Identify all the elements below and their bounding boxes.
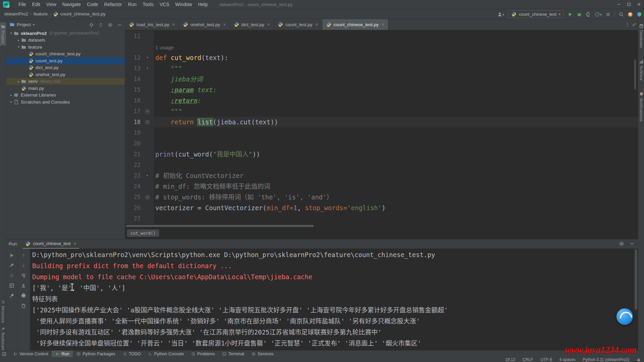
- settings-icon[interactable]: [619, 241, 624, 246]
- profiler-icon[interactable]: ▾: [595, 11, 602, 17]
- chevron-icon[interactable]: ▾: [9, 32, 14, 35]
- close-tab-icon[interactable]: ×: [172, 22, 175, 27]
- tree-item-main-py[interactable]: main.py: [6, 85, 125, 92]
- collapse-all-icon[interactable]: [98, 22, 103, 28]
- tab-options-icon[interactable]: ⋮: [625, 21, 630, 27]
- minimize-icon[interactable]: [616, 1, 621, 7]
- toolwindow-todo[interactable]: TODO: [119, 351, 145, 357]
- stop-icon[interactable]: [605, 11, 611, 17]
- fold-arrow-icon[interactable]: ▾: [146, 52, 149, 63]
- clear-icon[interactable]: [21, 302, 26, 308]
- code-editor[interactable]: 111 usage12▾def cut_word(text):13▾ """14…: [125, 31, 638, 227]
- close-tab-icon[interactable]: ×: [223, 22, 226, 27]
- editor-tab-count_test-py[interactable]: count_test.py×: [274, 19, 322, 30]
- code-line[interactable]: 12▾def cut_word(text):: [125, 52, 638, 63]
- menu-help[interactable]: Help: [195, 0, 211, 8]
- code-line[interactable]: 23▾# 初始化 CountVectorizer: [125, 170, 638, 181]
- menu-file[interactable]: File: [15, 0, 29, 8]
- code-line[interactable]: 24# min_df: 忽略文档频率低于此值的词: [125, 181, 638, 192]
- breadcrumb-item[interactable]: count_chinese_test.py: [60, 11, 105, 16]
- tree-item-onehot-test-py[interactable]: onehot_test.py: [6, 71, 125, 78]
- tree-item-dict-test-py[interactable]: dict_test.py: [6, 64, 125, 71]
- menu-vcs[interactable]: VCS: [157, 0, 172, 8]
- vertical-scrollbar[interactable]: [634, 59, 636, 89]
- tree-item-venv[interactable]: ▸venvlibrary root: [6, 78, 125, 85]
- chevron-icon[interactable]: ▾: [16, 45, 21, 49]
- code-line[interactable]: 20: [125, 138, 638, 149]
- scroll-end-icon[interactable]: [21, 282, 26, 288]
- code-line[interactable]: 15 :param text:: [125, 84, 638, 95]
- code-line[interactable]: 22: [125, 160, 638, 170]
- settings-wrench-icon[interactable]: [9, 262, 14, 268]
- menu-navigate[interactable]: Navigate: [59, 0, 84, 8]
- code-line[interactable]: 25# stop_words: 移除停用词（如 'the', 'is', 'an…: [125, 192, 638, 202]
- menu-window[interactable]: Window: [172, 0, 195, 8]
- rerun-icon[interactable]: [9, 252, 14, 258]
- chevron-icon[interactable]: ▸: [9, 100, 14, 104]
- soft-wrap-icon[interactable]: [21, 272, 26, 278]
- code-line[interactable]: 11: [125, 31, 638, 42]
- chevron-icon[interactable]: ▸: [16, 39, 21, 42]
- stop-icon[interactable]: [9, 272, 14, 278]
- promo-blue-icon[interactable]: [637, 11, 642, 17]
- code-line[interactable]: 13▾ """: [125, 63, 638, 74]
- menu-view[interactable]: View: [43, 0, 59, 8]
- hide-icon[interactable]: [117, 22, 122, 28]
- run-icon[interactable]: [568, 11, 573, 17]
- editor-tab-dict_test-py[interactable]: dict_test.py×: [230, 19, 274, 30]
- tree-item-scratches-and-consoles[interactable]: ▸Scratches and Consoles: [6, 99, 125, 106]
- close-icon[interactable]: [637, 1, 641, 7]
- code-line[interactable]: 14 jieba分词: [125, 74, 638, 84]
- toolwindow-version-control[interactable]: Version Control: [10, 351, 52, 357]
- chevron-icon[interactable]: ▸: [16, 80, 21, 83]
- run-configuration-select[interactable]: count_chinese_test ▾: [508, 10, 564, 18]
- coverage-icon[interactable]: [586, 11, 591, 17]
- menu-refactor[interactable]: Refactor: [101, 0, 125, 8]
- stripe-sciview[interactable]: SciView: [639, 59, 644, 80]
- breadcrumb-item[interactable]: sklearnPro2: [4, 11, 28, 16]
- menu-edit[interactable]: Edit: [29, 0, 43, 8]
- editor-area[interactable]: load_iris_test.py×onehot_test.py×dict_te…: [125, 19, 638, 239]
- toolwindow-terminal[interactable]: Terminal: [219, 351, 248, 357]
- hide-icon[interactable]: [629, 241, 635, 246]
- restore-layout-icon[interactable]: [9, 282, 14, 288]
- fold-arrow-icon[interactable]: ▾: [146, 170, 149, 181]
- close-tab-icon[interactable]: ×: [382, 22, 384, 27]
- tree-item-datasets[interactable]: ▸datasets: [6, 37, 125, 44]
- search-icon[interactable]: [619, 11, 624, 17]
- print-icon[interactable]: [21, 292, 26, 298]
- close-tab-icon[interactable]: ×: [74, 241, 76, 246]
- close-tab-icon[interactable]: ×: [267, 22, 270, 27]
- stripe-database[interactable]: Database: [639, 24, 644, 48]
- menu-tools[interactable]: Tools: [140, 0, 157, 8]
- code-line[interactable]: 16 :return:: [125, 95, 638, 106]
- breadcrumb-item[interactable]: feature: [34, 11, 48, 16]
- editor-breadcrumb-tag[interactable]: cut_word(): [127, 230, 159, 237]
- stripe-notifications[interactable]: Notifications: [639, 92, 644, 121]
- maximize-icon[interactable]: [627, 1, 631, 7]
- toolwindow-services[interactable]: Services: [248, 351, 277, 357]
- toolwindow-python-packages[interactable]: Python Packages: [73, 351, 119, 357]
- editor-tab-onehot_test-py[interactable]: onehot_test.py×: [179, 19, 230, 30]
- run-console-tab[interactable]: count_chinese_test ×: [22, 239, 79, 249]
- settings-icon[interactable]: [108, 22, 113, 28]
- tree-item-count-chinese-test-py[interactable]: count_chinese_test.py: [6, 51, 125, 58]
- code-line[interactable]: 18 return list(jieba.cut(text)): [125, 117, 638, 127]
- console-output[interactable]: D:\python_pro\sklearnPro2\venv\Scripts\p…: [32, 249, 633, 350]
- debug-icon[interactable]: [577, 11, 582, 17]
- editor-tab-count_chinese_test-py[interactable]: count_chinese_test.py×: [322, 19, 389, 30]
- toolwindow-python-console[interactable]: Python Console: [145, 351, 187, 357]
- fold-arrow-icon[interactable]: ▾: [146, 63, 149, 74]
- tree-item-count-test-py[interactable]: count_test.py: [6, 57, 125, 64]
- promo-orange-icon[interactable]: [628, 11, 633, 17]
- up-icon[interactable]: [21, 252, 26, 258]
- close-tab-icon[interactable]: ×: [315, 22, 318, 27]
- user-icon[interactable]: ▾: [497, 11, 504, 17]
- code-line[interactable]: 19: [125, 127, 638, 138]
- usage-hint[interactable]: 1 usage: [155, 45, 174, 50]
- code-line[interactable]: 21print(cut_word("我是中国人")): [125, 149, 638, 160]
- horizontal-scrollbar[interactable]: [126, 225, 314, 227]
- status-item[interactable]: Python 3.11 (sklearnPro2): [583, 357, 629, 362]
- code-line[interactable]: 26vectorizer = CountVectorizer(min_df=1,…: [125, 202, 638, 213]
- pin-icon[interactable]: [9, 292, 14, 298]
